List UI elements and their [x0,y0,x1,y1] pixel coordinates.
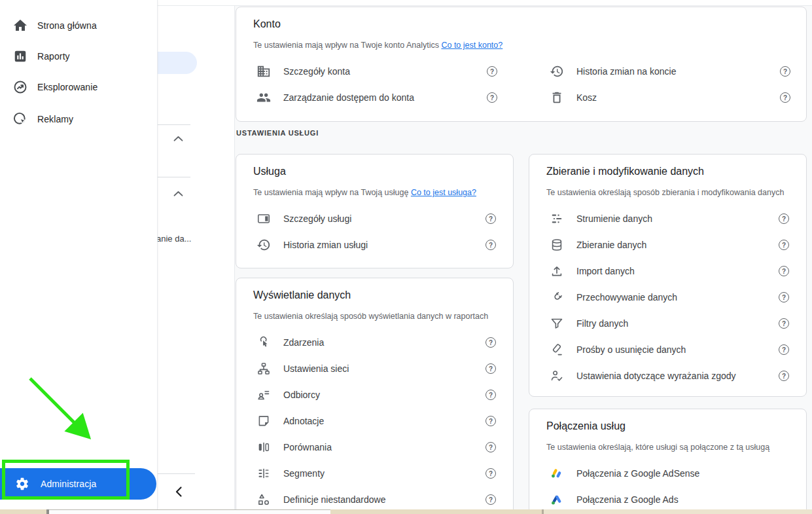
row-data-collection[interactable]: Zbieranie danych ? [529,232,806,258]
admin-button[interactable]: Administracja [0,468,156,500]
help-icon[interactable]: ? [485,363,496,374]
card-title: Konto [253,18,789,31]
ads-icon [12,111,28,127]
subtitle-text: Te ustawienia mają wpływ na Twoje konto … [253,41,439,50]
google-ads-icon [549,492,565,507]
row-label: Historia zmian usługi [283,240,368,250]
row-label: Zdarzenia [283,337,324,348]
explore-icon [12,79,28,95]
what-is-account-link[interactable]: Co to jest konto? [441,41,503,50]
card-subtitle: Te ustawienia określają sposób wyświetla… [253,311,496,321]
sidebar-item-explore[interactable]: Eksplorowanie [0,72,157,102]
help-icon[interactable]: ? [779,371,789,381]
row-data-filters[interactable]: Filtry danych ? [529,310,806,337]
analytics-admin-page: Konto Te ustawienia mają wpływ na Twoje … [0,0,812,509]
row-label: Filtry danych [576,318,628,329]
help-icon[interactable]: ? [485,390,496,400]
help-icon[interactable]: ? [779,344,789,355]
help-icon[interactable]: ? [780,92,790,103]
trash-icon [549,90,565,105]
row-account-change-history[interactable]: Historia zmian na koncie ? [529,58,807,84]
divider [157,124,190,125]
filter-icon [549,316,565,331]
subtitle-text: Te ustawienia mają wpływ na Twoją usługę [253,188,408,197]
sidebar-item-label: Reklamy [37,114,73,124]
row-data-deletion-requests[interactable]: Prośby o usunięcie danych ? [529,337,806,363]
retention-icon [549,289,565,305]
adsense-icon [549,466,565,481]
row-events[interactable]: Zdarzenia ? [236,329,513,356]
row-annotations[interactable]: Adnotacje ? [236,408,513,434]
row-label: Historia zmian na koncie [576,66,677,77]
data-collection-card: Zbieranie i modyfikowanie danych Te usta… [529,154,807,397]
data-collection-rows: Strumienie danych ? Zbieranie danych ? I… [529,206,806,389]
card-subtitle: Te ustawienia określają sposób zbierania… [546,187,789,198]
admin-nav-selected-highlight[interactable] [157,52,197,74]
account-card-columns: Szczegóły konta ? Zarządzanie dostępem d… [236,58,806,111]
truncated-nav-item[interactable]: anie da... [156,234,192,244]
help-icon[interactable]: ? [779,318,789,329]
sidebar-item-home[interactable]: Strona główna [0,10,157,41]
section-label: USTAWIENIA USŁUGI [236,129,319,137]
chevron-up-icon[interactable] [173,135,184,143]
chevron-left-icon[interactable] [175,486,183,498]
help-icon[interactable]: ? [779,213,789,224]
row-account-access[interactable]: Zarządzanie dostępem do konta ? [236,84,514,111]
row-audiences[interactable]: Odbiorcy ? [236,382,513,408]
help-icon[interactable]: ? [487,92,497,103]
account-card-right-column: Historia zmian na koncie ? Kosz ? [529,58,807,111]
help-icon[interactable]: ? [485,468,496,479]
strip-segment [544,509,812,514]
row-label: Adnotacje [283,416,324,426]
sidebar-item-reports[interactable]: Raporty [0,41,157,71]
help-icon[interactable]: ? [485,213,496,224]
card-subtitle: Te ustawienia mają wpływ na Twoją usługę… [253,187,496,198]
comparisons-icon [256,439,272,455]
tap-icon [256,335,272,350]
property-card: Usługa Te ustawienia mają wpływ na Twoją… [236,154,514,268]
row-data-import[interactable]: Import danych ? [529,258,806,284]
help-icon[interactable]: ? [779,240,789,250]
row-label: Ustawienia sieci [283,363,349,374]
row-adsense-links[interactable]: Połączenia z Google AdSense [529,460,806,486]
chevron-up-icon[interactable] [173,190,184,198]
row-label: Szczegóły usługi [283,213,351,224]
row-account-details[interactable]: Szczegóły konta ? [236,58,514,84]
help-icon[interactable]: ? [485,494,496,505]
row-label: Przechowywanie danych [576,292,677,303]
what-is-property-link[interactable]: Co to jest usługa? [411,188,476,197]
row-comparisons[interactable]: Porównania ? [236,434,513,460]
database-icon [549,237,565,253]
account-card: Konto Te ustawienia mają wpływ na Twoje … [236,7,807,122]
help-icon[interactable]: ? [487,66,497,77]
background-window-strip [0,509,812,514]
people-icon [256,90,272,105]
row-consent-settings[interactable]: Ustawienia dotyczące wyrażania zgody ? [529,363,806,389]
row-data-retention[interactable]: Przechowywanie danych ? [529,284,806,310]
help-icon[interactable]: ? [485,442,496,452]
row-trash[interactable]: Kosz ? [529,84,807,111]
row-property-change-history[interactable]: Historia zmian usługi ? [236,232,513,258]
help-icon[interactable]: ? [485,240,496,250]
help-icon[interactable]: ? [779,292,789,303]
strip-segment [49,509,330,514]
sidebar-item-advertising[interactable]: Reklamy [0,104,157,134]
row-data-streams[interactable]: Strumienie danych ? [529,206,806,232]
divider [157,473,195,474]
panel-divider [234,6,235,509]
product-links-rows: Połączenia z Google AdSense Połączenia z… [529,460,806,509]
row-network-settings[interactable]: Ustawienia sieci ? [236,356,513,382]
row-label: Szczegóły konta [283,66,350,77]
row-custom-definitions[interactable]: Definicje niestandardowe ? [236,486,513,509]
help-icon[interactable]: ? [780,66,790,77]
row-google-ads-links[interactable]: Połączenia z Google Ads [529,486,806,509]
help-icon[interactable]: ? [485,416,496,426]
help-icon[interactable]: ? [485,337,496,348]
row-segments[interactable]: Segmenty ? [236,460,513,486]
shapes-icon [256,492,272,507]
streams-icon [549,211,565,227]
help-icon[interactable]: ? [779,266,789,276]
row-property-details[interactable]: Szczegóły usługi ? [236,206,513,232]
card-title: Zbieranie i modyfikowanie danych [546,165,789,178]
row-label: Ustawienia dotyczące wyrażania zgody [576,371,736,381]
